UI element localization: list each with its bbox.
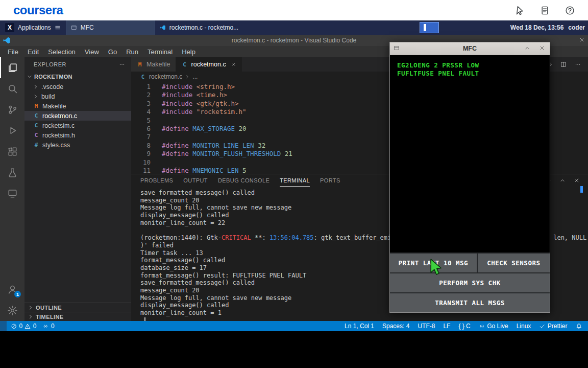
status-lf[interactable]: LF <box>443 323 450 330</box>
status-go-live[interactable]: Go Live <box>479 323 508 330</box>
file-label: rocketsim.c <box>42 122 75 129</box>
ellipsis-button[interactable] <box>575 61 581 67</box>
sidebar-section-outline[interactable]: OUTLINE <box>24 303 131 312</box>
run-debug-icon <box>7 125 18 136</box>
menu-edit[interactable]: Edit <box>23 48 43 56</box>
error-icon <box>11 323 17 330</box>
remote-indicator[interactable] <box>0 321 7 331</box>
screen: coursera X Applications MFCrocketmon.c -… <box>0 0 588 368</box>
mfc-button-transmit-all-msgs[interactable]: TRANSMIT ALL MSGS <box>390 293 550 312</box>
sidebar-section-timeline[interactable]: TIMELINE <box>24 312 131 321</box>
panel-tab-problems[interactable]: PROBLEMS <box>140 174 173 187</box>
maximize-panel-button[interactable] <box>559 177 566 183</box>
menu-lines-icon <box>55 25 61 31</box>
explorer-header: EXPLORER <box>24 57 131 72</box>
scrollbar-thumb[interactable] <box>580 186 583 193</box>
vscode-logo-icon <box>3 36 11 44</box>
tab-close-button[interactable] <box>231 62 236 67</box>
taskbar: X Applications MFCrocketmon.c - rocketmo… <box>0 20 588 35</box>
mfc-close-button[interactable] <box>539 45 545 51</box>
status--c[interactable]: { } C <box>458 323 470 330</box>
testing-activity-button[interactable] <box>0 162 24 183</box>
search-activity-button[interactable] <box>0 78 24 99</box>
close-icon[interactable] <box>579 37 585 43</box>
menu-go[interactable]: Go <box>104 48 121 56</box>
panel-tab-ports[interactable]: PORTS <box>320 174 340 187</box>
tab-Makefile[interactable]: MMakefile <box>131 57 176 72</box>
chevron-up-icon <box>524 45 530 51</box>
file-rocketsim.c[interactable]: Crocketsim.c <box>24 121 131 130</box>
menu-help[interactable]: Help <box>177 48 200 56</box>
file-rocketsim.h[interactable]: Crocketsim.h <box>24 130 131 140</box>
coursera-logo: coursera <box>13 3 63 17</box>
panel-tab-output[interactable]: OUTPUT <box>183 174 208 187</box>
status-left: 000 <box>7 323 55 330</box>
files-activity-button[interactable] <box>0 57 24 78</box>
explorer-title: EXPLORER <box>34 61 66 67</box>
source-control-activity-button[interactable] <box>0 99 24 120</box>
status-utf-8[interactable]: UTF-8 <box>418 323 435 330</box>
menu-selection[interactable]: Selection <box>43 48 80 56</box>
status-bell[interactable] <box>576 323 582 330</box>
status-linux[interactable]: Linux <box>517 323 531 330</box>
panel-tab-debug-console[interactable]: DEBUG CONSOLE <box>218 174 270 187</box>
section-label: OUTLINE <box>36 305 62 311</box>
chevron-right-icon <box>33 84 39 90</box>
status-ln-1-col-1[interactable]: Ln 1, Col 1 <box>345 323 374 330</box>
panel-actions <box>545 174 588 187</box>
mfc-minimize-button[interactable] <box>524 45 530 51</box>
problems-status[interactable]: 00 <box>11 323 36 330</box>
file-label: Makefile <box>42 103 66 110</box>
window-icon <box>394 45 400 51</box>
volume-indicator[interactable] <box>420 22 439 33</box>
ellipsis-icon[interactable] <box>119 61 125 67</box>
file-type-icon: M <box>33 103 40 109</box>
code-text: #include <gtk/gtk.h> <box>158 100 239 108</box>
extensions-activity-button[interactable] <box>0 141 24 162</box>
status-spaces-4[interactable]: Spaces: 4 <box>382 323 409 330</box>
menu-terminal[interactable]: Terminal <box>143 48 177 56</box>
settings-activity-button[interactable] <box>0 300 24 321</box>
warning-count: 0 <box>33 323 37 330</box>
source-control-icon <box>7 104 18 115</box>
menu-file[interactable]: File <box>3 48 23 56</box>
applications-menu[interactable]: X Applications <box>0 20 66 35</box>
close-panel-button[interactable] <box>574 177 580 183</box>
help-button[interactable] <box>565 6 575 15</box>
file-build[interactable]: build <box>24 91 131 101</box>
notification-badge: 1 <box>14 291 21 297</box>
code-text: #include "rocketsim.h" <box>158 108 247 116</box>
status-prettier[interactable]: Prettier <box>539 323 567 330</box>
breadcrumb-file[interactable]: rocketmon.c <box>149 73 182 80</box>
tab-rocketmon.c[interactable]: Crocketmon.c <box>176 57 242 72</box>
file-label: styles.css <box>42 142 70 149</box>
breadcrumb-more[interactable]: ... <box>192 73 198 80</box>
file-styles.css[interactable]: #styles.css <box>24 140 131 150</box>
mfc-titlebar[interactable]: MFC <box>390 42 550 55</box>
mfc-button-check-sensors[interactable]: CHECK SENSORS <box>477 254 550 272</box>
file-rocketmon.c[interactable]: Crocketmon.c <box>24 111 131 121</box>
clock[interactable]: Wed 18 Dec, 13:56 <box>510 24 564 31</box>
code-text: #define MONITOR_LINE_LEN 32 <box>158 142 265 150</box>
document-button[interactable] <box>540 6 550 15</box>
remote-activity-button[interactable] <box>0 183 24 204</box>
chevron-right-icon <box>33 94 39 100</box>
run-debug-activity-button[interactable] <box>0 120 24 141</box>
ports-status[interactable]: 0 <box>42 323 54 330</box>
search-icon <box>7 83 18 94</box>
menu-run[interactable]: Run <box>121 48 143 56</box>
file-.vscode[interactable]: .vscode <box>24 82 131 91</box>
taskbar-window-rocketmon-c-rocketmo-[interactable]: rocketmon.c - rocketmo... <box>155 20 243 35</box>
file-Makefile[interactable]: MMakefile <box>24 101 131 111</box>
pointer-button[interactable] <box>515 6 525 15</box>
taskbar-window-mfc[interactable]: MFC <box>66 20 155 35</box>
pointer-icon <box>515 6 525 15</box>
account-activity-button[interactable]: 1 <box>0 279 24 300</box>
tree-root-rocketmon[interactable]: ROCKETMON <box>24 72 131 82</box>
panel-tab-terminal[interactable]: TERMINAL <box>280 174 310 187</box>
file-type-icon: # <box>33 142 40 148</box>
mfc-button-perform-sys-chk[interactable]: PERFORM SYS CHK <box>390 273 550 292</box>
menu-view[interactable]: View <box>80 48 104 56</box>
status-label: UTF-8 <box>418 323 435 330</box>
split-button[interactable] <box>560 61 567 67</box>
